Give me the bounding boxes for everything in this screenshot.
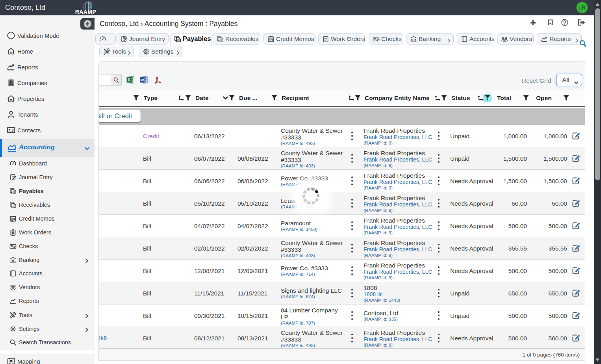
- svg-text:RAAMP: RAAMP: [75, 9, 96, 15]
- svg-text:W: W: [141, 78, 144, 82]
- svg-text:X: X: [128, 78, 130, 82]
